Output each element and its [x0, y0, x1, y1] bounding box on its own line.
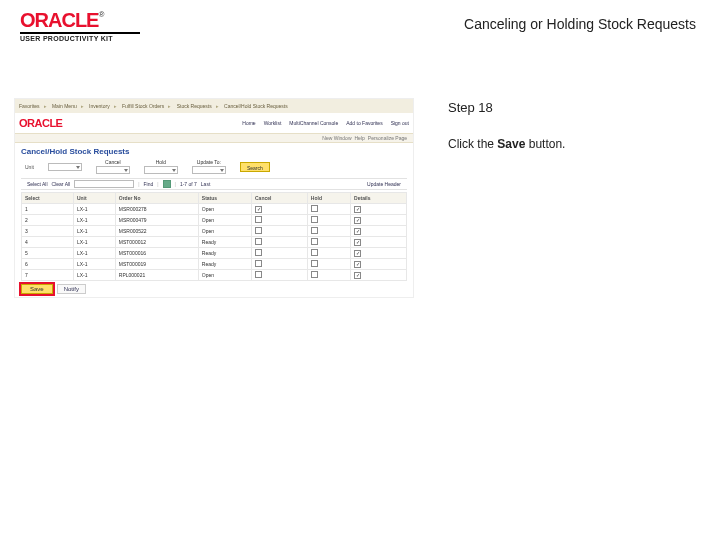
hold-checkbox[interactable]: [311, 249, 318, 256]
row-unit: LX-1: [73, 226, 115, 237]
select-all-link[interactable]: Select All: [27, 181, 48, 187]
row-unit: LX-1: [73, 237, 115, 248]
instruction-text: Click the Save button.: [448, 137, 565, 151]
save-button[interactable]: Save: [21, 284, 53, 294]
section-title: Cancel/Hold Stock Requests: [21, 147, 407, 156]
table-row: 7LX-1RPL000021Open: [22, 270, 407, 281]
row-status: Ready: [198, 259, 251, 270]
oracle-logo-block: ORACLE® USER PRODUCTIVITY KIT: [20, 10, 140, 42]
instruction-panel: Step 18 Click the Save button.: [448, 98, 565, 298]
upk-label: USER PRODUCTIVITY KIT: [20, 35, 113, 42]
last-link[interactable]: Last: [201, 181, 210, 187]
row-unit: LX-1: [73, 270, 115, 281]
hold-checkbox[interactable]: [311, 238, 318, 245]
oracle-wordmark: ORACLE: [20, 9, 98, 31]
clear-all-link[interactable]: Clear All: [52, 181, 71, 187]
row-unit: LX-1: [73, 204, 115, 215]
breadcrumb: Favorites▸ Main Menu▸ Inventory▸ Fulfill…: [15, 99, 413, 113]
sub-toolbar: New Window Help Personalize Page: [15, 133, 413, 143]
grid-body: 1LX-1MSR000278Open2LX-1MSR000479Open3LX-…: [22, 204, 407, 281]
unit-select[interactable]: [48, 163, 82, 171]
new-window-link[interactable]: New Window: [322, 135, 351, 141]
breadcrumb-item[interactable]: Inventory: [89, 103, 110, 109]
divider: |: [157, 181, 158, 187]
row-order: RPL000021: [115, 270, 198, 281]
worklist-link[interactable]: Worklist: [264, 120, 282, 126]
col-order: Order No: [115, 193, 198, 204]
row-order: MST000019: [115, 259, 198, 270]
unit-label: Unit: [25, 164, 34, 170]
hold-checkbox[interactable]: [311, 260, 318, 267]
home-link[interactable]: Home: [242, 120, 255, 126]
details-checkbox[interactable]: [354, 228, 361, 235]
details-checkbox[interactable]: [354, 261, 361, 268]
signout-link[interactable]: Sign out: [391, 120, 409, 126]
cancel-select[interactable]: [96, 166, 130, 174]
find-link[interactable]: Find: [144, 181, 154, 187]
breadcrumb-item[interactable]: Favorites: [19, 103, 40, 109]
cancel-checkbox[interactable]: [255, 271, 262, 278]
app-oracle-logo: ORACLE: [19, 117, 62, 129]
table-row: 3LX-1MSR000522Open: [22, 226, 407, 237]
row-index: 2: [22, 215, 74, 226]
page-title: Canceling or Holding Stock Requests: [464, 16, 696, 32]
oracle-logo: ORACLE®: [20, 10, 104, 30]
search-button[interactable]: Search: [240, 162, 270, 172]
cancel-checkbox[interactable]: [255, 238, 262, 245]
hold-checkbox[interactable]: [311, 205, 318, 212]
table-row: 1LX-1MSR000278Open: [22, 204, 407, 215]
notify-button[interactable]: Notify: [57, 284, 86, 294]
details-checkbox[interactable]: [354, 272, 361, 279]
page-info: 1-7 of 7: [180, 181, 197, 187]
details-checkbox[interactable]: [354, 206, 361, 213]
row-unit: LX-1: [73, 259, 115, 270]
row-status: Ready: [198, 237, 251, 248]
breadcrumb-item[interactable]: Cancel/Hold Stock Requests: [224, 103, 288, 109]
hold-select[interactable]: [144, 166, 178, 174]
row-order: MST000016: [115, 248, 198, 259]
page-header: ORACLE® USER PRODUCTIVITY KIT Canceling …: [0, 0, 720, 46]
breadcrumb-item[interactable]: Fulfill Stock Orders: [122, 103, 164, 109]
zoom-icon[interactable]: [163, 180, 171, 188]
details-checkbox[interactable]: [354, 250, 361, 257]
details-checkbox[interactable]: [354, 239, 361, 246]
favorites-link[interactable]: Add to Favorites: [346, 120, 382, 126]
row-index: 1: [22, 204, 74, 215]
personalize-select[interactable]: [74, 180, 134, 188]
cancel-checkbox[interactable]: [255, 227, 262, 234]
hold-checkbox[interactable]: [311, 271, 318, 278]
col-select: Select: [22, 193, 74, 204]
update-header-link[interactable]: Update Header: [367, 181, 401, 187]
hold-control: Hold: [144, 159, 178, 174]
table-row: 6LX-1MST000019Ready: [22, 259, 407, 270]
hold-checkbox[interactable]: [311, 227, 318, 234]
cancel-checkbox[interactable]: [255, 249, 262, 256]
details-checkbox[interactable]: [354, 217, 361, 224]
breadcrumb-item[interactable]: Stock Requests: [177, 103, 212, 109]
mcc-link[interactable]: MultiChannel Console: [289, 120, 338, 126]
cancel-checkbox[interactable]: [255, 206, 262, 213]
hold-checkbox[interactable]: [311, 216, 318, 223]
divider: |: [175, 181, 176, 187]
cancel-label: Cancel: [105, 159, 121, 165]
row-unit: LX-1: [73, 248, 115, 259]
breadcrumb-path: Favorites▸ Main Menu▸ Inventory▸ Fulfill…: [19, 103, 292, 109]
personalize-page-link[interactable]: Personalize Page: [368, 135, 407, 141]
screenshot-footer: Save Notify: [15, 281, 413, 297]
cancel-checkbox[interactable]: [255, 260, 262, 267]
row-index: 4: [22, 237, 74, 248]
col-status: Status: [198, 193, 251, 204]
help-link[interactable]: Help: [355, 135, 365, 141]
instruction-prefix: Click the: [448, 137, 497, 151]
row-index: 5: [22, 248, 74, 259]
save-button-label: Save: [30, 286, 44, 292]
grid-toolbar: Select All Clear All | Find | | 1-7 of 7…: [21, 178, 407, 190]
row-unit: LX-1: [73, 215, 115, 226]
row-order: MST000012: [115, 237, 198, 248]
breadcrumb-item[interactable]: Main Menu: [52, 103, 77, 109]
hold-label: Hold: [156, 159, 166, 165]
row-status: Open: [198, 215, 251, 226]
update-select[interactable]: [192, 166, 226, 174]
cancel-checkbox[interactable]: [255, 216, 262, 223]
row-index: 3: [22, 226, 74, 237]
